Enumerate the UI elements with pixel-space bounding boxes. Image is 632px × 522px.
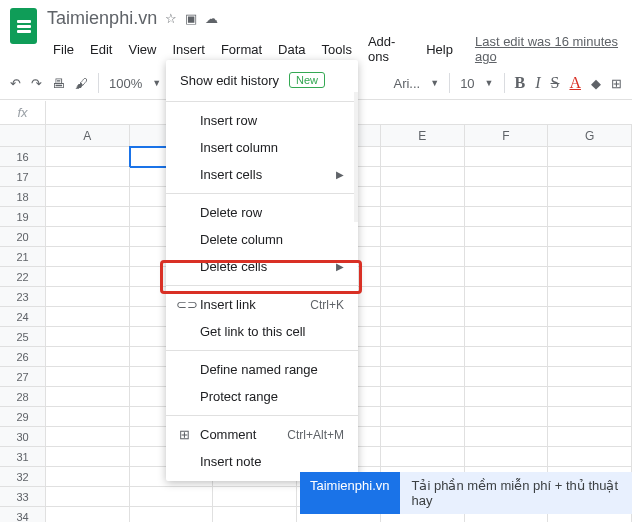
menu-get-link[interactable]: Get link to this cell [166, 318, 358, 345]
row-header[interactable]: 20 [0, 227, 46, 247]
col-header[interactable]: E [381, 125, 465, 147]
menu-insert-note[interactable]: Insert note [166, 448, 358, 475]
cell[interactable] [381, 387, 465, 407]
cell[interactable] [548, 307, 632, 327]
cell[interactable] [548, 347, 632, 367]
cell[interactable] [46, 147, 130, 167]
cell[interactable] [46, 507, 130, 522]
menu-addons[interactable]: Add-ons [362, 31, 416, 67]
menu-format[interactable]: Format [215, 39, 268, 60]
bold-button[interactable]: B [515, 74, 526, 92]
fill-color-icon[interactable]: ◆ [591, 76, 601, 91]
cell[interactable] [381, 347, 465, 367]
cell[interactable] [548, 147, 632, 167]
strike-button[interactable]: S [551, 74, 560, 92]
col-header[interactable]: F [465, 125, 549, 147]
cell[interactable] [381, 227, 465, 247]
cell[interactable] [465, 367, 549, 387]
menu-edit[interactable]: Edit [84, 39, 118, 60]
cell[interactable] [381, 267, 465, 287]
cell[interactable] [381, 367, 465, 387]
paint-format-icon[interactable]: 🖌 [75, 76, 88, 91]
last-edit-link[interactable]: Last edit was 16 minutes ago [475, 34, 622, 64]
chevron-down-icon[interactable]: ▼ [430, 78, 439, 88]
cell[interactable] [465, 447, 549, 467]
cell[interactable] [465, 167, 549, 187]
cell[interactable] [46, 287, 130, 307]
cell[interactable] [46, 327, 130, 347]
row-header[interactable]: 32 [0, 467, 46, 487]
cell[interactable] [46, 247, 130, 267]
chevron-down-icon[interactable]: ▼ [485, 78, 494, 88]
cell[interactable] [548, 427, 632, 447]
row-header[interactable]: 18 [0, 187, 46, 207]
cell[interactable] [46, 347, 130, 367]
cell[interactable] [46, 447, 130, 467]
cell[interactable] [213, 507, 297, 522]
cell[interactable] [381, 427, 465, 447]
row-header[interactable]: 26 [0, 347, 46, 367]
cell[interactable] [548, 247, 632, 267]
cell[interactable] [465, 187, 549, 207]
cell[interactable] [465, 147, 549, 167]
cell[interactable] [381, 447, 465, 467]
chevron-down-icon[interactable]: ▼ [152, 78, 161, 88]
cell[interactable] [465, 407, 549, 427]
cell[interactable] [465, 227, 549, 247]
cell[interactable] [465, 207, 549, 227]
cell[interactable] [548, 327, 632, 347]
zoom-select[interactable]: 100% [109, 76, 142, 91]
row-header[interactable]: 30 [0, 427, 46, 447]
show-edit-history-menu[interactable]: Show edit history [180, 73, 279, 88]
cell[interactable] [548, 207, 632, 227]
row-header[interactable]: 27 [0, 367, 46, 387]
row-header[interactable]: 16 [0, 147, 46, 167]
col-header[interactable]: A [46, 125, 130, 147]
cell[interactable] [465, 287, 549, 307]
cell[interactable] [381, 167, 465, 187]
cell[interactable] [213, 487, 297, 507]
cell[interactable] [465, 387, 549, 407]
move-icon[interactable]: ▣ [185, 11, 197, 26]
italic-button[interactable]: I [535, 74, 540, 92]
menu-file[interactable]: File [47, 39, 80, 60]
row-header[interactable]: 23 [0, 287, 46, 307]
menu-view[interactable]: View [122, 39, 162, 60]
cell[interactable] [548, 407, 632, 427]
cell[interactable] [381, 147, 465, 167]
cell[interactable] [381, 187, 465, 207]
font-select[interactable]: Ari... [393, 76, 420, 91]
cell[interactable] [46, 427, 130, 447]
borders-icon[interactable]: ⊞ [611, 76, 622, 91]
cell[interactable] [548, 267, 632, 287]
menu-insert-row[interactable]: Insert row [166, 107, 358, 134]
cloud-icon[interactable]: ☁ [205, 11, 218, 26]
cell[interactable] [46, 487, 130, 507]
cell[interactable] [46, 367, 130, 387]
row-header[interactable]: 24 [0, 307, 46, 327]
row-header[interactable]: 29 [0, 407, 46, 427]
document-title[interactable]: Taimienphi.vn [47, 8, 157, 29]
cell[interactable] [465, 247, 549, 267]
cell[interactable] [465, 327, 549, 347]
row-header[interactable]: 25 [0, 327, 46, 347]
print-icon[interactable]: 🖶 [52, 76, 65, 91]
cell[interactable] [46, 227, 130, 247]
text-color-button[interactable]: A [569, 74, 581, 92]
menu-insert-cells[interactable]: Insert cells▶ [166, 161, 358, 188]
menu-data[interactable]: Data [272, 39, 311, 60]
cell[interactable] [381, 307, 465, 327]
row-header[interactable]: 28 [0, 387, 46, 407]
menu-help[interactable]: Help [420, 39, 459, 60]
select-all-corner[interactable] [0, 125, 46, 147]
cell[interactable] [46, 187, 130, 207]
menu-insert-column[interactable]: Insert column [166, 134, 358, 161]
cell[interactable] [548, 447, 632, 467]
menu-tools[interactable]: Tools [316, 39, 358, 60]
menu-comment[interactable]: ⊞CommentCtrl+Alt+M [166, 421, 358, 448]
menu-insert[interactable]: Insert [166, 39, 211, 60]
fontsize-select[interactable]: 10 [460, 76, 474, 91]
cell[interactable] [381, 327, 465, 347]
undo-icon[interactable]: ↶ [10, 76, 21, 91]
menu-insert-link[interactable]: ⊂⊃Insert linkCtrl+K [166, 291, 358, 318]
